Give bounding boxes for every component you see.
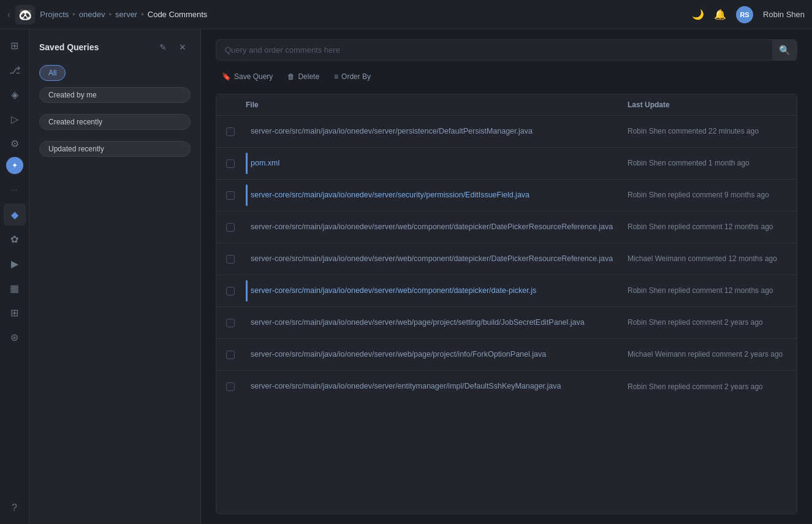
sidebar-icon-dashboard[interactable]: ⊞ — [4, 34, 26, 56]
row-checkbox[interactable] — [226, 223, 235, 232]
file-accent — [246, 280, 248, 302]
app-logo: 🐼 — [15, 5, 35, 25]
row-file-cell: server-core/src/main/java/io/onedev/serv… — [246, 371, 628, 403]
filter-created-recently-button[interactable]: Created recently — [39, 114, 191, 130]
table-row: server-core/src/main/java/io/onedev/serv… — [216, 307, 797, 339]
file-name[interactable]: server-core/src/main/java/io/onedev/serv… — [251, 254, 613, 265]
order-by-label: Order By — [341, 72, 371, 81]
sep3: • — [141, 10, 144, 19]
row-file-cell: server-core/src/main/java/io/onedev/serv… — [246, 211, 628, 243]
main-content: 🔍 🔖 Save Query 🗑 Delete ≡ Order By File … — [201, 29, 812, 524]
saved-queries-panel: Saved Queries ✎ ✕ All Created by me Crea… — [29, 29, 201, 524]
file-name[interactable]: server-core/src/main/java/io/onedev/serv… — [251, 126, 533, 137]
sidebar-icon-git[interactable]: ⎇ — [4, 59, 26, 81]
file-name[interactable]: server-core/src/main/java/io/onedev/serv… — [251, 317, 585, 328]
row-update-cell: Michael Weimann commented 12 months ago — [628, 243, 787, 275]
file-name[interactable]: server-core/src/main/java/io/onedev/serv… — [251, 286, 536, 297]
delete-button[interactable]: 🗑 Delete — [281, 69, 325, 84]
row-update-cell: Robin Shen replied comment 9 months ago — [628, 180, 787, 211]
row-checkbox[interactable] — [226, 159, 235, 168]
breadcrumb-server[interactable]: server — [115, 10, 137, 19]
order-by-button[interactable]: ≡ Order By — [328, 69, 377, 84]
nav-left: ‹ 🐼 Projects • onedev • server • Code Co… — [7, 5, 692, 25]
row-update-cell: Michael Weimann replied comment 2 years … — [628, 339, 787, 370]
file-name[interactable]: pom.xml — [251, 158, 279, 169]
row-checkbox[interactable] — [226, 255, 235, 264]
sidebar-icon-settings[interactable]: ⚙ — [4, 132, 26, 154]
row-file-cell: server-core/src/main/java/io/onedev/serv… — [246, 180, 628, 211]
row-checkbox-cell — [226, 371, 246, 403]
panel-title: Saved Queries — [39, 42, 99, 52]
row-update-cell: Robin Shen replied comment 2 years ago — [628, 371, 787, 403]
comments-table: File Last Update server-core/src/main/ja… — [216, 94, 797, 514]
row-checkbox[interactable] — [226, 191, 235, 200]
search-button[interactable]: 🔍 — [772, 40, 797, 60]
row-checkbox-cell — [226, 116, 246, 147]
row-checkbox-cell — [226, 307, 246, 338]
row-update-cell: Robin Shen replied comment 12 months ago — [628, 211, 787, 243]
row-checkbox[interactable] — [226, 382, 235, 391]
row-checkbox[interactable] — [226, 351, 235, 359]
row-update-cell: Robin Shen replied comment 12 months ago — [628, 275, 787, 306]
filter-all-button[interactable]: All — [39, 65, 66, 81]
edit-queries-button[interactable]: ✎ — [155, 39, 171, 55]
sidebar-icon-brand[interactable]: ✦ — [6, 157, 23, 174]
header-file-col: File — [246, 101, 628, 109]
close-queries-button[interactable]: ✕ — [175, 39, 191, 55]
delete-label: Delete — [298, 72, 319, 81]
nav-right: 🌙 🔔 RS Robin Shen — [692, 6, 805, 23]
row-file-cell: server-core/src/main/java/io/onedev/serv… — [246, 243, 628, 275]
filter-updated-recently-button[interactable]: Updated recently — [39, 141, 191, 157]
user-name: Robin Shen — [763, 10, 805, 19]
sidebar-icon-pipeline[interactable]: ▷ — [4, 108, 26, 130]
theme-toggle-icon[interactable]: 🌙 — [692, 9, 704, 20]
row-update-cell: Robin Shen commented 22 minutes ago — [628, 116, 787, 147]
panel-header: Saved Queries ✎ ✕ — [39, 39, 191, 55]
breadcrumb-onedev[interactable]: onedev — [79, 10, 105, 19]
top-navigation: ‹ 🐼 Projects • onedev • server • Code Co… — [0, 0, 812, 29]
breadcrumb: Projects • onedev • server • Code Commen… — [40, 10, 207, 19]
breadcrumb-current: Code Comments — [148, 10, 208, 19]
row-file-cell: server-core/src/main/java/io/onedev/serv… — [246, 116, 628, 147]
table-row: server-core/src/main/java/io/onedev/serv… — [216, 243, 797, 275]
sidebar-icon-chart[interactable]: ▦ — [4, 277, 26, 299]
row-checkbox-cell — [226, 211, 246, 243]
header-update-col: Last Update — [628, 101, 787, 109]
row-checkbox[interactable] — [226, 287, 235, 295]
order-by-icon: ≡ — [334, 72, 338, 81]
file-name[interactable]: server-core/src/main/java/io/onedev/serv… — [251, 222, 613, 233]
row-checkbox[interactable] — [226, 127, 235, 136]
sidebar-icon-issues[interactable]: ◈ — [4, 83, 26, 105]
sidebar-icon-play[interactable]: ▶ — [4, 253, 26, 275]
table-row: server-core/src/main/java/io/onedev/serv… — [216, 339, 797, 371]
notifications-icon[interactable]: 🔔 — [714, 9, 726, 20]
file-name[interactable]: server-core/src/main/java/io/onedev/serv… — [251, 381, 561, 392]
file-name[interactable]: server-core/src/main/java/io/onedev/serv… — [251, 190, 529, 201]
row-update-cell: Robin Shen replied comment 2 years ago — [628, 307, 787, 338]
file-name[interactable]: server-core/src/main/java/io/onedev/serv… — [251, 349, 546, 360]
table-row: server-core/src/main/java/io/onedev/serv… — [216, 116, 797, 148]
sidebar-icon-grid[interactable]: ⊞ — [4, 302, 26, 324]
sep2: • — [109, 10, 112, 19]
row-checkbox[interactable] — [226, 319, 235, 327]
table-row: server-core/src/main/java/io/onedev/serv… — [216, 275, 797, 307]
sidebar-icon-test[interactable]: ✿ — [4, 228, 26, 250]
row-file-cell: server-core/src/main/java/io/onedev/serv… — [246, 275, 628, 306]
filter-created-by-me-button[interactable]: Created by me — [39, 87, 191, 103]
row-file-cell: server-core/src/main/java/io/onedev/serv… — [246, 339, 628, 370]
sep1: • — [72, 10, 75, 19]
search-input[interactable] — [216, 40, 772, 60]
toolbar: 🔖 Save Query 🗑 Delete ≡ Order By — [216, 69, 797, 84]
save-query-button[interactable]: 🔖 Save Query — [216, 69, 279, 84]
table-header: File Last Update — [216, 94, 797, 116]
header-checkbox-col — [226, 101, 246, 109]
sidebar-icon-filter[interactable]: ⊛ — [4, 326, 26, 348]
sidebar-icon-git2[interactable]: ◆ — [4, 203, 26, 226]
sidebar-icon-help[interactable]: ? — [4, 497, 26, 519]
file-accent — [246, 153, 248, 174]
breadcrumb-projects[interactable]: Projects — [40, 10, 69, 19]
avatar[interactable]: RS — [736, 6, 753, 23]
nav-expand-icon[interactable]: ‹ — [7, 9, 10, 20]
sidebar-icon-dots[interactable]: ··· — [4, 179, 26, 201]
table-row: server-core/src/main/java/io/onedev/serv… — [216, 211, 797, 243]
